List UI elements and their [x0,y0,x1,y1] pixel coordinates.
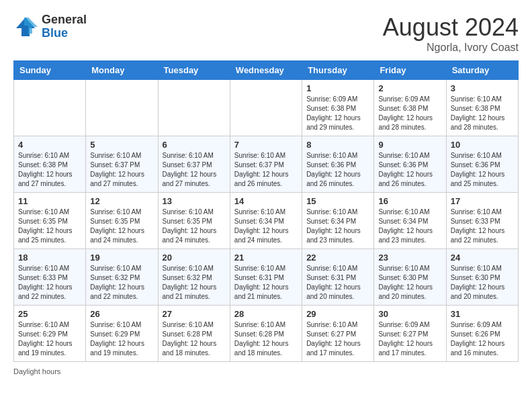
day-number: 7 [234,140,298,150]
calendar-weekday: Friday [374,61,446,80]
cell-info: Sunrise: 6:10 AM Sunset: 6:28 PM Dayligh… [163,320,226,358]
cell-info: Sunrise: 6:10 AM Sunset: 6:27 PM Dayligh… [306,320,369,358]
cell-info: Sunrise: 6:10 AM Sunset: 6:38 PM Dayligh… [451,95,514,132]
calendar-weekday: Sunday [14,61,86,80]
day-number: 22 [306,253,369,263]
day-number: 21 [234,253,298,263]
calendar-cell: 21Sunrise: 6:10 AM Sunset: 6:31 PM Dayli… [230,249,302,306]
cell-info: Sunrise: 6:09 AM Sunset: 6:26 PM Dayligh… [451,320,514,358]
cell-info: Sunrise: 6:10 AM Sunset: 6:29 PM Dayligh… [90,320,153,358]
cell-info: Sunrise: 6:10 AM Sunset: 6:33 PM Dayligh… [18,264,81,302]
calendar-cell: 9Sunrise: 6:10 AM Sunset: 6:36 PM Daylig… [374,136,446,193]
cell-info: Sunrise: 6:10 AM Sunset: 6:30 PM Dayligh… [451,264,514,302]
calendar-cell: 27Sunrise: 6:10 AM Sunset: 6:28 PM Dayli… [158,306,230,362]
day-number: 5 [90,140,153,150]
day-number: 17 [451,196,514,206]
calendar-cell: 6Sunrise: 6:10 AM Sunset: 6:37 PM Daylig… [158,136,230,193]
calendar-cell [14,80,86,136]
calendar-cell: 13Sunrise: 6:10 AM Sunset: 6:35 PM Dayli… [158,193,230,249]
calendar-cell: 31Sunrise: 6:09 AM Sunset: 6:26 PM Dayli… [446,306,518,362]
cell-info: Sunrise: 6:10 AM Sunset: 6:30 PM Dayligh… [378,264,441,302]
calendar-cell: 14Sunrise: 6:10 AM Sunset: 6:34 PM Dayli… [230,193,302,249]
day-number: 25 [18,309,81,319]
logo-blue: Blue [42,27,87,40]
day-number: 20 [163,253,226,263]
cell-info: Sunrise: 6:10 AM Sunset: 6:37 PM Dayligh… [163,151,226,189]
cell-info: Sunrise: 6:10 AM Sunset: 6:37 PM Dayligh… [90,151,153,189]
calendar-table: SundayMondayTuesdayWednesdayThursdayFrid… [13,60,519,362]
day-number: 18 [18,253,81,263]
calendar-cell: 22Sunrise: 6:10 AM Sunset: 6:31 PM Dayli… [302,249,374,306]
calendar-header: SundayMondayTuesdayWednesdayThursdayFrid… [14,61,519,80]
calendar-cell: 1Sunrise: 6:09 AM Sunset: 6:38 PM Daylig… [302,80,374,136]
calendar-cell: 7Sunrise: 6:10 AM Sunset: 6:37 PM Daylig… [230,136,302,193]
cell-info: Sunrise: 6:10 AM Sunset: 6:31 PM Dayligh… [234,264,298,302]
day-number: 11 [18,196,81,206]
calendar-cell: 12Sunrise: 6:10 AM Sunset: 6:35 PM Dayli… [86,193,158,249]
cell-info: Sunrise: 6:10 AM Sunset: 6:31 PM Dayligh… [306,264,369,302]
calendar-cell: 23Sunrise: 6:10 AM Sunset: 6:30 PM Dayli… [374,249,446,306]
calendar-cell: 25Sunrise: 6:10 AM Sunset: 6:29 PM Dayli… [14,306,86,362]
day-number: 13 [163,196,226,206]
calendar-cell [158,80,230,136]
calendar-cell: 20Sunrise: 6:10 AM Sunset: 6:32 PM Dayli… [158,249,230,306]
calendar-cell: 11Sunrise: 6:10 AM Sunset: 6:35 PM Dayli… [14,193,86,249]
cell-info: Sunrise: 6:10 AM Sunset: 6:35 PM Dayligh… [163,208,226,245]
cell-info: Sunrise: 6:10 AM Sunset: 6:38 PM Dayligh… [18,151,81,189]
calendar-cell: 2Sunrise: 6:09 AM Sunset: 6:38 PM Daylig… [374,80,446,136]
day-number: 3 [451,83,514,93]
calendar-cell: 17Sunrise: 6:10 AM Sunset: 6:33 PM Dayli… [446,193,518,249]
calendar-cell: 16Sunrise: 6:10 AM Sunset: 6:34 PM Dayli… [374,193,446,249]
day-number: 29 [306,309,369,319]
calendar-weekday: Tuesday [158,61,230,80]
day-number: 23 [378,253,441,263]
calendar-cell: 4Sunrise: 6:10 AM Sunset: 6:38 PM Daylig… [14,136,86,193]
cell-info: Sunrise: 6:10 AM Sunset: 6:36 PM Dayligh… [306,151,369,189]
calendar-cell: 29Sunrise: 6:10 AM Sunset: 6:27 PM Dayli… [302,306,374,362]
day-number: 10 [451,140,514,150]
cell-info: Sunrise: 6:10 AM Sunset: 6:36 PM Dayligh… [451,151,514,189]
day-number: 31 [451,309,514,319]
page-header: General Blue August 2024 Ngorla, Ivory C… [13,13,519,54]
calendar-cell: 18Sunrise: 6:10 AM Sunset: 6:33 PM Dayli… [14,249,86,306]
day-number: 16 [378,196,441,206]
footer: Daylight hours [13,367,519,375]
cell-info: Sunrise: 6:09 AM Sunset: 6:27 PM Dayligh… [378,320,441,358]
calendar-cell: 30Sunrise: 6:09 AM Sunset: 6:27 PM Dayli… [374,306,446,362]
calendar-cell: 8Sunrise: 6:10 AM Sunset: 6:36 PM Daylig… [302,136,374,193]
logo-general: General [42,13,87,27]
day-number: 6 [163,140,226,150]
calendar-cell: 19Sunrise: 6:10 AM Sunset: 6:32 PM Dayli… [86,249,158,306]
cell-info: Sunrise: 6:10 AM Sunset: 6:34 PM Dayligh… [234,208,298,245]
day-number: 12 [90,196,153,206]
logo: General Blue [13,13,87,40]
cell-info: Sunrise: 6:10 AM Sunset: 6:34 PM Dayligh… [306,208,369,245]
calendar-weekday: Thursday [302,61,374,80]
logo-text: General Blue [42,13,87,40]
calendar-cell: 3Sunrise: 6:10 AM Sunset: 6:38 PM Daylig… [446,80,518,136]
cell-info: Sunrise: 6:10 AM Sunset: 6:32 PM Dayligh… [90,264,153,302]
calendar-weekday: Saturday [446,61,518,80]
calendar-cell: 10Sunrise: 6:10 AM Sunset: 6:36 PM Dayli… [446,136,518,193]
day-number: 2 [378,83,441,93]
title-block: August 2024 Ngorla, Ivory Coast [383,13,519,54]
calendar-cell: 5Sunrise: 6:10 AM Sunset: 6:37 PM Daylig… [86,136,158,193]
cell-info: Sunrise: 6:09 AM Sunset: 6:38 PM Dayligh… [306,95,369,132]
cell-info: Sunrise: 6:09 AM Sunset: 6:38 PM Dayligh… [378,95,441,132]
footer-label: Daylight hours [13,367,60,375]
cell-info: Sunrise: 6:10 AM Sunset: 6:37 PM Dayligh… [234,151,298,189]
cell-info: Sunrise: 6:10 AM Sunset: 6:28 PM Dayligh… [234,320,298,358]
cell-info: Sunrise: 6:10 AM Sunset: 6:29 PM Dayligh… [18,320,81,358]
calendar-cell: 28Sunrise: 6:10 AM Sunset: 6:28 PM Dayli… [230,306,302,362]
calendar-cell: 24Sunrise: 6:10 AM Sunset: 6:30 PM Dayli… [446,249,518,306]
day-number: 30 [378,309,441,319]
month-title: August 2024 [383,13,519,42]
calendar-cell [230,80,302,136]
cell-info: Sunrise: 6:10 AM Sunset: 6:33 PM Dayligh… [451,208,514,245]
logo-icon [13,15,38,39]
calendar-cell: 15Sunrise: 6:10 AM Sunset: 6:34 PM Dayli… [302,193,374,249]
day-number: 19 [90,253,153,263]
day-number: 28 [234,309,298,319]
day-number: 8 [306,140,369,150]
day-number: 1 [306,83,369,93]
